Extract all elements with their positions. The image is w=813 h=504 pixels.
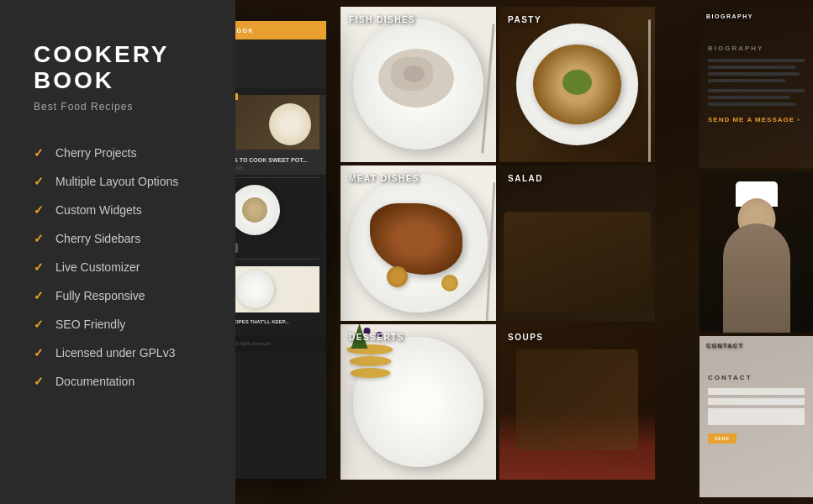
pasta-fork xyxy=(648,19,651,162)
pasty-label: PASTY xyxy=(508,15,541,24)
feature-label: Multiple Layout Options xyxy=(55,175,178,188)
send-message-btn[interactable]: SEND ME A MESSAGE › xyxy=(708,116,805,123)
cell-soups: SOUPS xyxy=(499,324,655,480)
pasta-plate xyxy=(516,24,638,145)
contact-send-button[interactable]: SEND xyxy=(708,433,736,444)
feature-item-custom-widgets: ✓ Custom Widgets xyxy=(34,203,202,217)
bio-line-5 xyxy=(708,89,805,92)
feature-item-gplv3: ✓ Licensed under GPLv3 xyxy=(34,346,202,360)
soups-bg xyxy=(499,324,655,480)
meat-food xyxy=(370,203,462,275)
narrow-plate-2 xyxy=(236,270,274,308)
bio-line-2 xyxy=(708,66,795,69)
product-title: COOKERY BOOK xyxy=(34,42,202,94)
pancake-3 xyxy=(351,368,391,378)
biography-label: BIOGRAPHY xyxy=(706,13,753,19)
feature-item-multiple-layout: ✓ Multiple Layout Options xyxy=(34,175,202,188)
bio-line-4 xyxy=(708,79,785,82)
pancake-stack xyxy=(347,344,393,380)
bio-line-3 xyxy=(708,72,800,76)
left-panel: COOKERY BOOK Best Food Recipes ✓ Cherry … xyxy=(0,0,235,504)
check-icon: ✓ xyxy=(34,260,44,274)
bio-line-7 xyxy=(708,102,795,106)
check-icon: ✓ xyxy=(34,318,44,331)
feature-item-live-customizer: ✓ Live Customizer xyxy=(34,260,202,274)
right-panels: BIOGRAPHY BIOGRAPHY SEND ME A MESSAGE › xyxy=(699,7,813,497)
meat-garnish xyxy=(387,266,408,287)
desserts-label: DESSERTS xyxy=(349,333,404,342)
contact-panel: CONTACT CONTACT SEND xyxy=(699,336,813,497)
contact-field-3 xyxy=(708,408,805,425)
chef-panel xyxy=(699,171,813,333)
salad-label: SALAD xyxy=(508,174,543,183)
feature-label: Documentation xyxy=(55,375,135,388)
cell-desserts: DESSERTS xyxy=(341,324,496,480)
check-icon: ✓ xyxy=(34,346,44,360)
contact-field-1 xyxy=(708,388,805,395)
fish-plate xyxy=(353,19,483,150)
biography-content: BIOGRAPHY BIOGRAPHY SEND ME A MESSAGE › xyxy=(699,7,813,168)
fish-shell xyxy=(404,66,425,82)
meat-garnish2 xyxy=(441,275,458,291)
feature-label: Live Customizer xyxy=(55,260,140,274)
check-icon: ✓ xyxy=(34,289,44,302)
chef-body xyxy=(723,223,790,333)
meat-fork xyxy=(486,182,496,321)
contact-label: CONTACT xyxy=(706,343,743,349)
contact-content: CONTACT CONTACT SEND xyxy=(699,336,813,497)
soups-label: SOUPS xyxy=(508,333,544,342)
main-grid: FISH DISHES PASTY MEAT xyxy=(341,7,752,480)
feature-label: Cherry Sidebars xyxy=(55,232,140,245)
feature-label: Fully Responsive xyxy=(55,289,145,302)
check-icon: ✓ xyxy=(34,203,44,217)
dessert-plate xyxy=(353,337,483,467)
product-subtitle: Best Food Recipes xyxy=(34,101,202,113)
check-icon: ✓ xyxy=(34,146,44,160)
fish-food xyxy=(374,45,458,112)
contact-form-area: CONTACT SEND xyxy=(708,374,805,444)
preview-area: COOKERY BOOK Home Elements Biography Blo… xyxy=(168,0,813,504)
biography-title: BIOGRAPHY xyxy=(708,45,805,52)
biography-text-area: BIOGRAPHY xyxy=(708,45,805,106)
features-list: ✓ Cherry Projects ✓ Multiple Layout Opti… xyxy=(34,146,202,388)
salad-content xyxy=(504,212,651,312)
soups-content xyxy=(516,349,638,450)
bio-line-6 xyxy=(708,96,790,99)
contact-field-2 xyxy=(708,398,805,405)
meat-plate xyxy=(349,174,488,312)
feature-item-fully-responsive: ✓ Fully Responsive xyxy=(34,289,202,302)
cell-pasty: PASTY xyxy=(499,7,655,162)
feature-label: Custom Widgets xyxy=(55,203,142,217)
feature-label: Cherry Projects xyxy=(55,146,136,160)
contact-title: CONTACT xyxy=(708,374,805,381)
cell-meat-dishes: MEAT DISHES xyxy=(341,165,496,321)
meat-dishes-label: MEAT DISHES xyxy=(349,174,420,183)
narrow-plate xyxy=(230,185,280,235)
feature-item-seo: ✓ SEO Friendly xyxy=(34,318,202,331)
check-icon: ✓ xyxy=(34,375,44,388)
feature-item-cherry-projects: ✓ Cherry Projects xyxy=(34,146,202,160)
fish-dishes-label: FISH DISHES xyxy=(349,15,415,24)
biography-panel: BIOGRAPHY BIOGRAPHY SEND ME A MESSAGE › xyxy=(699,7,813,168)
pasta-garnish xyxy=(562,70,592,95)
feature-label: SEO Friendly xyxy=(55,318,125,331)
feature-item-documentation: ✓ Documentation xyxy=(34,375,202,388)
feature-item-cherry-sidebars: ✓ Cherry Sidebars xyxy=(34,232,202,245)
pancake-2 xyxy=(350,356,392,366)
check-icon: ✓ xyxy=(34,175,44,188)
feature-label: Licensed under GPLv3 xyxy=(55,346,175,360)
check-icon: ✓ xyxy=(34,232,44,245)
cell-salad: SALAD xyxy=(499,165,655,321)
bio-line-1 xyxy=(708,59,805,62)
cell-fish-dishes: FISH DISHES xyxy=(341,7,496,162)
narrow-food xyxy=(242,197,267,223)
